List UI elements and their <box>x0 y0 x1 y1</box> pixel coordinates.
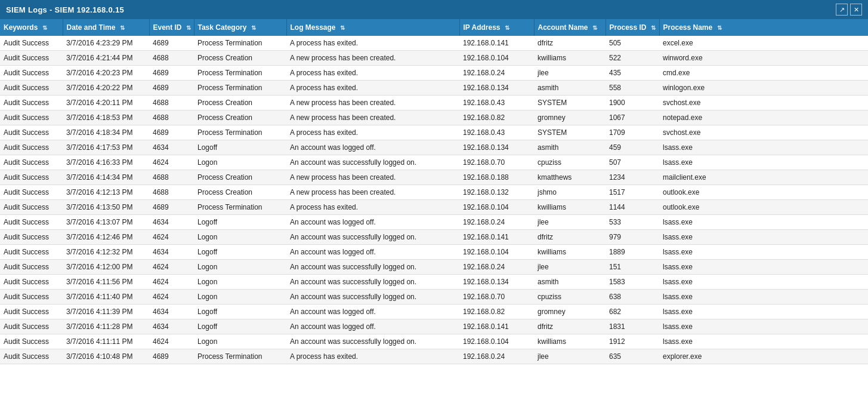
cell-accountname: gromney <box>534 305 606 319</box>
cell-accountname: dfritz <box>534 230 606 245</box>
cell-eventid: 4624 <box>149 290 194 305</box>
cell-processid: 1889 <box>606 245 659 260</box>
pin-button[interactable]: ↗ <box>836 4 848 16</box>
table-row[interactable]: Audit Success3/7/2016 4:18:53 PM4688Proc… <box>0 110 868 125</box>
cell-eventid: 4624 <box>149 230 194 245</box>
cell-keywords: Audit Success <box>0 230 63 245</box>
cell-datetime: 3/7/2016 4:18:53 PM <box>63 110 149 125</box>
table-header-row: Keywords ⇅ Date and Time ⇅ Event ID ⇅ Ta… <box>0 19 868 36</box>
cell-processname: winword.exe <box>659 51 868 66</box>
col-header-accountname[interactable]: Account Name ⇅ <box>534 19 606 36</box>
cell-taskcategory: Logon <box>194 260 286 275</box>
title-bar: SIEM Logs - SIEM 192.168.0.15 ↗ ✕ <box>0 0 868 19</box>
close-button[interactable]: ✕ <box>850 4 862 16</box>
cell-eventid: 4688 <box>149 96 194 110</box>
table-row[interactable]: Audit Success3/7/2016 4:20:22 PM4689Proc… <box>0 81 868 96</box>
cell-ipaddress: 192.168.0.134 <box>459 140 534 155</box>
cell-eventid: 4624 <box>149 155 194 170</box>
table-row[interactable]: Audit Success3/7/2016 4:20:23 PM4689Proc… <box>0 66 868 81</box>
cell-taskcategory: Process Creation <box>194 110 286 125</box>
col-header-processid[interactable]: Process ID ⇅ <box>606 19 659 36</box>
col-header-taskcategory[interactable]: Task Category ⇅ <box>194 19 286 36</box>
cell-datetime: 3/7/2016 4:18:34 PM <box>63 125 149 140</box>
cell-eventid: 4689 <box>149 125 194 140</box>
cell-logmessage: A process has exited. <box>286 349 459 364</box>
table-row[interactable]: Audit Success3/7/2016 4:10:48 PM4689Proc… <box>0 349 868 364</box>
cell-accountname: jlee <box>534 66 606 81</box>
cell-processid: 1234 <box>606 170 659 185</box>
cell-accountname: asmith <box>534 275 606 290</box>
cell-taskcategory: Process Creation <box>194 96 286 110</box>
table-row[interactable]: Audit Success3/7/2016 4:12:00 PM4624Logo… <box>0 260 868 275</box>
col-header-datetime[interactable]: Date and Time ⇅ <box>63 19 149 36</box>
sort-icon-processname: ⇅ <box>717 24 722 31</box>
cell-ipaddress: 192.168.0.141 <box>459 36 534 51</box>
table-row[interactable]: Audit Success3/7/2016 4:12:32 PM4634Logo… <box>0 245 868 260</box>
col-header-processname[interactable]: Process Name ⇅ <box>659 19 868 36</box>
cell-taskcategory: Process Termination <box>194 125 286 140</box>
table-row[interactable]: Audit Success3/7/2016 4:23:29 PM4689Proc… <box>0 36 868 51</box>
table-row[interactable]: Audit Success3/7/2016 4:20:11 PM4688Proc… <box>0 96 868 110</box>
table-row[interactable]: Audit Success3/7/2016 4:14:34 PM4688Proc… <box>0 170 868 185</box>
table-row[interactable]: Audit Success3/7/2016 4:11:40 PM4624Logo… <box>0 290 868 305</box>
table-row[interactable]: Audit Success3/7/2016 4:21:44 PM4688Proc… <box>0 51 868 66</box>
table-row[interactable]: Audit Success3/7/2016 4:11:28 PM4634Logo… <box>0 319 868 334</box>
table-row[interactable]: Audit Success3/7/2016 4:12:46 PM4624Logo… <box>0 230 868 245</box>
cell-logmessage: A process has exited. <box>286 81 459 96</box>
cell-logmessage: A new process has been created. <box>286 96 459 110</box>
cell-ipaddress: 192.168.0.104 <box>459 245 534 260</box>
cell-accountname: asmith <box>534 140 606 155</box>
cell-eventid: 4634 <box>149 140 194 155</box>
cell-processid: 151 <box>606 260 659 275</box>
cell-logmessage: An account was successfully logged on. <box>286 155 459 170</box>
table-row[interactable]: Audit Success3/7/2016 4:13:07 PM4634Logo… <box>0 215 868 230</box>
cell-logmessage: A process has exited. <box>286 200 459 215</box>
cell-datetime: 3/7/2016 4:16:33 PM <box>63 155 149 170</box>
cell-datetime: 3/7/2016 4:14:34 PM <box>63 170 149 185</box>
sort-icon-taskcategory: ⇅ <box>251 24 256 31</box>
cell-accountname: kmatthews <box>534 170 606 185</box>
cell-logmessage: A new process has been created. <box>286 51 459 66</box>
col-header-keywords[interactable]: Keywords ⇅ <box>0 19 63 36</box>
table-row[interactable]: Audit Success3/7/2016 4:11:11 PM4624Logo… <box>0 334 868 349</box>
cell-processid: 522 <box>606 51 659 66</box>
cell-datetime: 3/7/2016 4:21:44 PM <box>63 51 149 66</box>
cell-ipaddress: 192.168.0.104 <box>459 200 534 215</box>
col-header-ipaddress[interactable]: IP Address ⇅ <box>459 19 534 36</box>
cell-processid: 1900 <box>606 96 659 110</box>
col-header-eventid[interactable]: Event ID ⇅ <box>149 19 194 36</box>
sort-icon-processid: ⇅ <box>651 24 656 31</box>
cell-processname: cmd.exe <box>659 66 868 81</box>
sort-icon-eventid: ⇅ <box>186 24 191 31</box>
cell-logmessage: An account was logged off. <box>286 305 459 319</box>
cell-ipaddress: 192.168.0.82 <box>459 305 534 319</box>
col-header-logmessage[interactable]: Log Message ⇅ <box>286 19 459 36</box>
table-row[interactable]: Audit Success3/7/2016 4:13:50 PM4689Proc… <box>0 200 868 215</box>
cell-accountname: gromney <box>534 110 606 125</box>
cell-processid: 533 <box>606 215 659 230</box>
cell-keywords: Audit Success <box>0 275 63 290</box>
cell-eventid: 4634 <box>149 245 194 260</box>
table-row[interactable]: Audit Success3/7/2016 4:18:34 PM4689Proc… <box>0 125 868 140</box>
cell-ipaddress: 192.168.0.70 <box>459 290 534 305</box>
cell-logmessage: A process has exited. <box>286 125 459 140</box>
cell-datetime: 3/7/2016 4:17:53 PM <box>63 140 149 155</box>
cell-datetime: 3/7/2016 4:11:11 PM <box>63 334 149 349</box>
cell-processid: 1067 <box>606 110 659 125</box>
cell-eventid: 4634 <box>149 319 194 334</box>
table-row[interactable]: Audit Success3/7/2016 4:11:39 PM4634Logo… <box>0 305 868 319</box>
table-row[interactable]: Audit Success3/7/2016 4:17:53 PM4634Logo… <box>0 140 868 155</box>
table-row[interactable]: Audit Success3/7/2016 4:12:13 PM4688Proc… <box>0 185 868 200</box>
cell-keywords: Audit Success <box>0 170 63 185</box>
table-row[interactable]: Audit Success3/7/2016 4:16:33 PM4624Logo… <box>0 155 868 170</box>
cell-taskcategory: Process Termination <box>194 66 286 81</box>
cell-keywords: Audit Success <box>0 185 63 200</box>
cell-datetime: 3/7/2016 4:11:28 PM <box>63 319 149 334</box>
table-row[interactable]: Audit Success3/7/2016 4:11:56 PM4624Logo… <box>0 275 868 290</box>
cell-accountname: SYSTEM <box>534 125 606 140</box>
cell-keywords: Audit Success <box>0 215 63 230</box>
cell-processid: 1831 <box>606 319 659 334</box>
cell-processname: svchost.exe <box>659 125 868 140</box>
cell-eventid: 4688 <box>149 110 194 125</box>
cell-processname: lsass.exe <box>659 275 868 290</box>
